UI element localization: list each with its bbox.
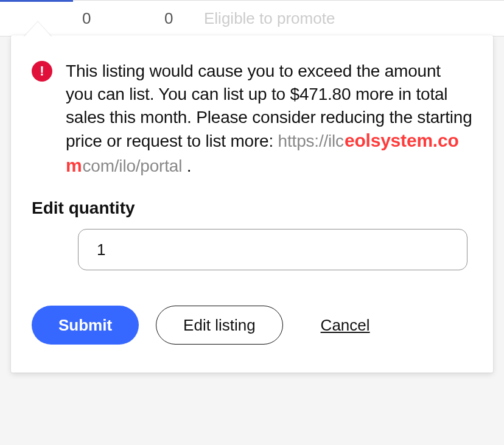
quantity-label: Edit quantity: [32, 198, 472, 218]
background-count-2: 0: [164, 9, 173, 28]
submit-button[interactable]: Submit: [32, 306, 139, 345]
edit-listing-button[interactable]: Edit listing: [156, 306, 283, 345]
quantity-input[interactable]: [78, 229, 467, 270]
alert-link-suffix: com/ilo/portal: [82, 156, 182, 175]
alert-row: ! This listing would cause you to exceed…: [32, 60, 472, 178]
background-count-1: 0: [82, 9, 91, 28]
alert-period: .: [182, 156, 191, 175]
alert-message: This listing would cause you to exceed t…: [66, 60, 472, 178]
active-tab-indicator: [0, 0, 73, 2]
error-icon-glyph: !: [40, 63, 44, 79]
button-row: Submit Edit listing Cancel: [32, 306, 472, 345]
cancel-button[interactable]: Cancel: [321, 316, 370, 335]
background-status-text: Eligible to promote: [204, 9, 335, 28]
alert-link-prefix: https://ilc: [278, 131, 344, 150]
popover-dialog: ! This listing would cause you to exceed…: [11, 35, 493, 373]
popover-arrow: [24, 22, 51, 37]
error-icon: !: [32, 61, 52, 82]
background-row: 0 0 Eligible to promote: [0, 0, 504, 37]
